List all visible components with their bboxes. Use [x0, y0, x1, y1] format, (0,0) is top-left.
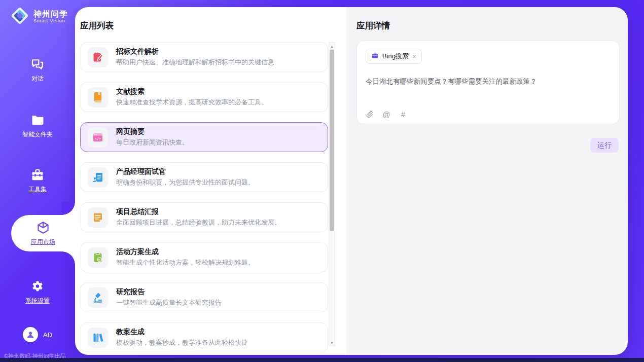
app-card[interactable]: </> 网页摘要 每日政府新闻资讯快查。	[80, 122, 328, 152]
app-card-title: 产品经理面试官	[116, 167, 255, 176]
app-card[interactable]: 文献搜索 快速精准查找学术资源，提高研究效率的必备工具。	[80, 82, 328, 112]
app-card-description: 智能生成个性化活动方案，轻松解决规划难题。	[116, 258, 255, 267]
sidebar-item-chat[interactable]: 对话	[0, 52, 75, 88]
app-card-description: 一键智能生成高质量长文本研究报告	[116, 298, 222, 307]
app-card-title: 网页摘要	[116, 127, 189, 136]
app-detail-title: 应用详情	[356, 20, 390, 31]
svg-text:</>: </>	[95, 136, 101, 140]
scroll-down-icon[interactable]: ▼	[329, 339, 335, 346]
brand-subtitle: Smart Vision	[33, 19, 68, 23]
mention-icon[interactable]: @	[382, 110, 390, 118]
folder-icon	[30, 113, 45, 127]
app-card-description: 每日政府新闻资讯快查。	[116, 138, 189, 147]
book-icon	[88, 87, 108, 107]
sidebar-item-toolbox[interactable]: 工具集	[0, 162, 75, 199]
brand-logo: 神州问学 Smart Vision	[10, 6, 68, 27]
app-card[interactable]: 教案生成 模板驱动，教案秒成，教学准备从此轻松快捷	[80, 322, 328, 352]
microscope-icon	[88, 287, 108, 308]
app-card-title: 研究报告	[116, 287, 222, 297]
app-list-scrollbar[interactable]: ▲ ▼	[329, 42, 335, 346]
scrollbar-thumb[interactable]	[330, 50, 334, 231]
brand-name: 神州问学	[33, 10, 68, 19]
app-card[interactable]: 活动方案生成 智能生成个性化活动方案，轻松解决规划难题。	[80, 242, 328, 272]
app-card[interactable]: 研究报告 一键智能生成高质量长文本研究报告	[80, 282, 328, 312]
app-detail-panel: 应用详情 Bing搜索 × 今日湖北有哪些新闻要点？有哪些需要关注的最新政策？	[346, 7, 628, 355]
user-account[interactable]: AD	[0, 327, 75, 342]
run-button[interactable]: 运行	[590, 138, 619, 153]
prompt-toolbar: @ #	[366, 110, 407, 118]
gem-logo-icon	[10, 6, 29, 27]
prompt-input[interactable]: 今日湖北有哪些新闻要点？有哪些需要关注的最新政策？	[366, 77, 611, 87]
sidebar: 神州问学 Smart Vision 对话 智能文件夹 工具集 应用市场 系统设置	[0, 0, 75, 362]
sidebar-item-cube[interactable]: 应用市场	[11, 215, 75, 251]
tool-chip-bing-search[interactable]: Bing搜索 ×	[366, 49, 422, 64]
clipboard-check-icon	[88, 247, 108, 268]
sidebar-item-folder[interactable]: 智能文件夹	[0, 107, 75, 144]
app-card-title: 教案生成	[116, 328, 248, 337]
app-card-description: 明确身份和职责，为您提供专业性的面试问题。	[116, 178, 255, 187]
browser-code-icon: </>	[88, 127, 108, 148]
sidebar-item-gear[interactable]: 系统设置	[0, 274, 75, 310]
app-card-title: 活动方案生成	[116, 247, 255, 257]
prompt-card: Bing搜索 × 今日湖北有哪些新闻要点？有哪些需要关注的最新政策？ @ #	[356, 41, 620, 124]
toolbox-icon	[30, 168, 45, 182]
app-list: 招标文件解析 帮助用户快速、准确地理解和解析招标书中的关键信息 文献搜索 快速精…	[80, 42, 328, 355]
app-list-panel: 应用列表 招标文件解析 帮助用户快速、准确地理解和解析招标书中的关键信息 文献搜…	[75, 7, 346, 355]
avatar	[23, 327, 38, 342]
content-window: 应用列表 招标文件解析 帮助用户快速、准确地理解和解析招标书中的关键信息 文献搜…	[75, 7, 628, 355]
app-card[interactable]: 招标文件解析 帮助用户快速、准确地理解和解析招标书中的关键信息	[80, 42, 328, 72]
app-card-description: 帮助用户快速、准确地理解和解析招标书中的关键信息	[116, 58, 274, 67]
app-list-title: 应用列表	[80, 20, 114, 31]
app-card-title: 文献搜索	[116, 87, 268, 96]
cube-icon	[36, 221, 50, 235]
app-card-title: 项目总结汇报	[116, 207, 281, 216]
briefcase-icon	[371, 52, 379, 61]
memo-icon	[88, 207, 108, 228]
edit-document-icon	[88, 47, 108, 67]
app-card-description: 全面回顾项目进展，总结经验教训，助力未来优化发展。	[116, 218, 281, 227]
hashtag-icon[interactable]: #	[399, 110, 407, 118]
gear-icon	[30, 279, 45, 294]
app-card[interactable]: 产品经理面试官 明确身份和职责，为您提供专业性的面试问题。	[80, 162, 328, 192]
interview-icon	[88, 167, 108, 188]
app-window: 神州问学 Smart Vision 对话 智能文件夹 工具集 应用市场 系统设置	[0, 0, 644, 362]
app-card-description: 模板驱动，教案秒成，教学准备从此轻松快捷	[116, 338, 248, 347]
user-initials: AD	[43, 331, 52, 339]
app-card-title: 招标文件解析	[116, 47, 274, 56]
bottom-strip	[0, 358, 644, 362]
books-icon	[88, 328, 108, 348]
chip-close-icon[interactable]: ×	[412, 53, 416, 60]
tool-chip-label: Bing搜索	[382, 52, 409, 61]
attachment-icon[interactable]	[366, 110, 374, 118]
app-card-description: 快速精准查找学术资源，提高研究效率的必备工具。	[116, 98, 268, 107]
chat-icon	[30, 57, 45, 71]
scroll-up-icon[interactable]: ▲	[329, 43, 335, 50]
app-card[interactable]: 项目总结汇报 全面回顾项目进展，总结经验教训，助力未来优化发展。	[80, 202, 328, 232]
